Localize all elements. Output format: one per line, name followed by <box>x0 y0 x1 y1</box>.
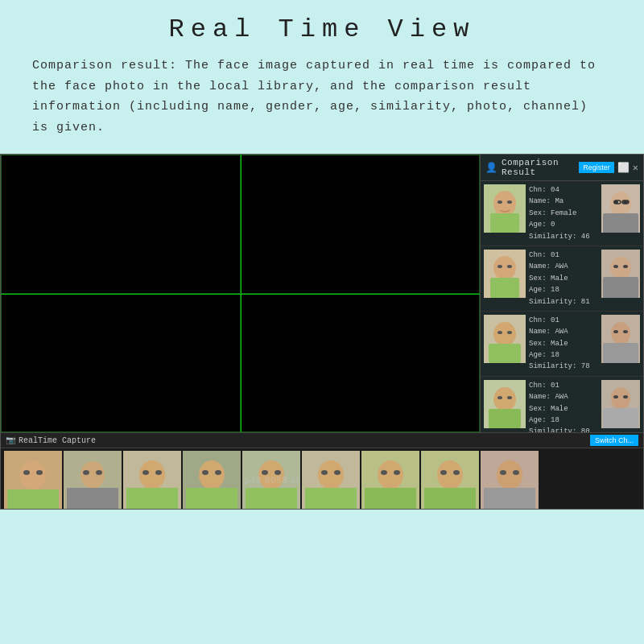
comparison-title: Comparison Result <box>502 158 579 177</box>
svg-point-87 <box>394 470 400 475</box>
svg-rect-25 <box>489 344 521 363</box>
svg-point-19 <box>610 257 631 279</box>
svg-rect-95 <box>484 488 535 509</box>
strip-thumb-3[interactable] <box>123 451 181 509</box>
ref-thumb-1 <box>601 184 640 233</box>
comparison-item-2: Chn: 01 Name: AWA Sex: Male Age: 18 Simi… <box>481 246 643 312</box>
strip-thumb-9[interactable] <box>481 451 539 509</box>
realtime-label-row: 📷 RealTime Capture <box>6 436 96 445</box>
svg-point-59 <box>80 461 105 489</box>
svg-point-57 <box>36 470 43 475</box>
svg-point-21 <box>613 265 618 268</box>
minimize-icon[interactable]: ⬜ <box>617 162 630 174</box>
svg-point-24 <box>493 322 516 346</box>
svg-point-97 <box>513 470 519 475</box>
svg-point-32 <box>623 330 628 333</box>
svg-point-22 <box>623 265 628 268</box>
svg-point-16 <box>497 265 502 268</box>
svg-point-86 <box>381 470 387 475</box>
strip-thumb-1[interactable] <box>4 451 62 509</box>
svg-point-67 <box>155 470 162 475</box>
comparison-item-3: Chn: 01 Name: AWA Sex: Male Age: 18 Simi… <box>481 312 643 377</box>
svg-point-81 <box>321 470 328 475</box>
svg-point-17 <box>507 265 512 268</box>
svg-point-76 <box>262 470 268 475</box>
capture-thumb-4 <box>484 380 526 428</box>
svg-point-41 <box>613 395 618 398</box>
svg-point-37 <box>507 396 512 399</box>
capture-thumb-1 <box>484 184 526 233</box>
svg-point-14 <box>493 256 516 280</box>
strip-thumb-4[interactable] <box>183 451 241 509</box>
comparison-info-3: Chn: 01 Name: AWA Sex: Male Age: 18 Simi… <box>529 315 598 373</box>
camera-icon: 📷 <box>6 436 15 445</box>
app-window: 👤 Comparison Result Register ⬜ ✕ <box>0 154 644 510</box>
svg-point-36 <box>497 396 502 399</box>
svg-point-1 <box>493 191 516 217</box>
svg-point-29 <box>611 322 630 345</box>
people-icon: 👤 <box>485 162 497 174</box>
svg-rect-55 <box>7 489 59 509</box>
svg-point-72 <box>215 470 221 475</box>
capture-thumb-3 <box>484 315 526 363</box>
strip-thumb-8[interactable] <box>421 451 479 509</box>
bottom-bar: 📷 RealTime Capture Switch Ch... <box>1 432 643 509</box>
svg-point-71 <box>202 470 208 475</box>
svg-point-61 <box>83 470 89 475</box>
svg-point-66 <box>142 470 149 475</box>
strip-thumb-6[interactable] <box>302 451 360 509</box>
comparison-info-2: Chn: 01 Name: AWA Sex: Male Age: 18 Simi… <box>529 250 598 308</box>
thumbnail-strip: shop49 8058 store <box>1 448 643 511</box>
svg-rect-40 <box>603 408 638 428</box>
svg-point-26 <box>497 331 502 334</box>
register-button[interactable]: Register <box>579 162 614 173</box>
svg-point-82 <box>334 470 341 475</box>
svg-point-77 <box>275 470 281 475</box>
header-section: Real Time View Comparison result: The fa… <box>0 0 644 146</box>
svg-point-42 <box>623 395 628 398</box>
svg-rect-80 <box>305 488 357 509</box>
svg-point-64 <box>139 460 165 489</box>
svg-rect-65 <box>126 488 178 509</box>
comparison-header: 👤 Comparison Result Register ⬜ ✕ <box>481 155 643 181</box>
svg-rect-20 <box>603 277 638 298</box>
svg-rect-35 <box>489 409 521 428</box>
svg-point-84 <box>378 460 403 489</box>
switch-channel-button[interactable]: Switch Ch... <box>590 435 638 446</box>
video-grid <box>1 155 480 432</box>
header-actions: Register ⬜ ✕ <box>579 162 638 174</box>
svg-point-92 <box>453 470 460 475</box>
strip-thumb-7[interactable] <box>361 451 419 509</box>
svg-rect-90 <box>424 488 476 509</box>
svg-rect-85 <box>365 488 416 509</box>
video-cell-tr <box>241 155 481 294</box>
page-description: Comparison result: The face image captur… <box>24 56 620 138</box>
svg-rect-2 <box>490 213 519 233</box>
svg-point-56 <box>23 470 30 475</box>
svg-rect-60 <box>67 488 118 509</box>
svg-point-34 <box>493 387 516 411</box>
ref-thumb-4 <box>601 380 640 428</box>
svg-point-89 <box>437 460 463 489</box>
svg-rect-70 <box>186 488 237 509</box>
svg-point-54 <box>20 460 46 489</box>
realtime-label: RealTime Capture <box>19 436 96 445</box>
svg-point-96 <box>500 470 506 475</box>
svg-point-27 <box>507 331 512 334</box>
svg-rect-15 <box>490 278 519 298</box>
strip-thumb-2[interactable] <box>64 451 122 509</box>
svg-rect-7 <box>603 213 638 233</box>
close-icon[interactable]: ✕ <box>633 162 638 174</box>
svg-point-3 <box>497 200 502 204</box>
comparison-info-1: Chn: 04 Name: Ma Sex: Female Age: 0 Simi… <box>529 184 598 242</box>
bottom-bar-header: 📷 RealTime Capture Switch Ch... <box>1 433 643 448</box>
page-title: Real Time View <box>24 14 620 44</box>
video-area <box>1 155 480 432</box>
video-cell-bl <box>1 294 241 433</box>
strip-thumb-5[interactable]: shop49 8058 store <box>242 451 300 509</box>
main-content: 👤 Comparison Result Register ⬜ ✕ <box>1 155 643 432</box>
comparison-title-row: 👤 Comparison Result <box>485 158 579 177</box>
svg-point-74 <box>258 460 284 489</box>
svg-point-91 <box>440 470 447 475</box>
svg-point-69 <box>199 460 225 489</box>
